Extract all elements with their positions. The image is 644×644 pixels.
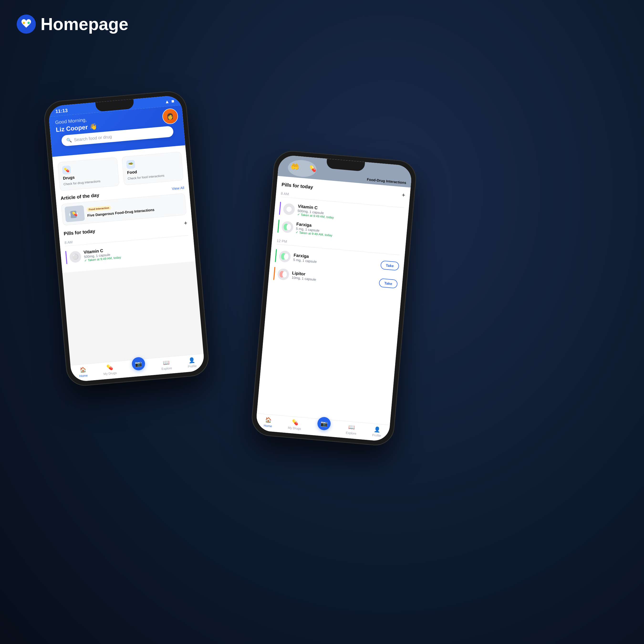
phone-2-screen: 🤲 💊 Food-Drug Interactions Pills for tod… [255, 155, 413, 442]
food-icon: 🥗 [126, 160, 135, 169]
food-title: Food [127, 170, 137, 175]
pill-info-p2-lipitor: Lipitor 10mg, 1 capsule [291, 270, 377, 287]
nav-profile[interactable]: 👤 Profile [187, 357, 197, 369]
phone-2-nav-explore[interactable]: 📖 Explore [346, 424, 357, 436]
page-header: Homepage [17, 14, 128, 34]
quick-actions: 💊 Drugs Check for drug interactions 🥗 Fo… [57, 152, 183, 191]
my-drugs-icon: 💊 [106, 364, 113, 371]
pill-indicator-p2-farxiga12pm [275, 249, 277, 262]
drugs-icon: 💊 [62, 165, 71, 175]
camera-button[interactable]: 📷 [131, 357, 146, 371]
check-icon-p2-farxiga8am: ✓ [296, 230, 298, 234]
article-info: Food Interaction Five Dangerous Food-Dru… [87, 202, 155, 218]
pills-title: Pills for today [63, 228, 95, 236]
svg-text:💊: 💊 [309, 165, 317, 172]
svg-text:💊: 💊 [72, 211, 78, 217]
pill-indicator-p2-farxiga8am [277, 220, 280, 233]
drugs-title: Drugs [63, 175, 75, 181]
p2-nav-explore-label: Explore [346, 431, 356, 436]
nav-my-drugs-label: My Drugs [103, 371, 117, 376]
status-icons: ▲ ■ [165, 98, 175, 104]
pill-icon-p2-farxiga8am [281, 221, 294, 233]
camera-icon: 📷 [135, 360, 142, 368]
p2-camera-icon: 📷 [320, 420, 328, 427]
status-time: 11:13 [55, 108, 68, 114]
phone-2-nav-home[interactable]: 🏠 Home [264, 417, 273, 428]
add-pill-button[interactable]: + [184, 220, 187, 227]
take-button-lipitor[interactable]: Take [379, 278, 398, 289]
nav-explore-label: Explore [161, 366, 172, 371]
app-logo [17, 15, 36, 34]
pill-icon-p2-farxiga12pm [279, 250, 291, 263]
pill-indicator-vitaminc [65, 251, 68, 264]
phone-2-nav-profile[interactable]: 👤 Profile [372, 426, 382, 437]
p2-profile-icon: 👤 [374, 426, 380, 433]
food-card[interactable]: 🥗 Food Check for food interactions [122, 152, 184, 186]
pill-icon-vitaminc: ⚪ [69, 251, 82, 263]
article-image: 💊 [64, 205, 85, 222]
signal-icon: ▲ [165, 99, 170, 105]
check-icon-p2-vitaminc: ✓ [297, 213, 300, 216]
phone-2: 🤲 💊 Food-Drug Interactions Pills for tod… [250, 149, 418, 447]
nav-explore[interactable]: 📖 Explore [161, 359, 172, 371]
svg-text:🤲: 🤲 [290, 162, 300, 171]
phone-2-nav-my-drugs[interactable]: 💊 My Drugs [288, 419, 302, 431]
pill-indicator-p2-lipitor [273, 267, 275, 280]
nav-home[interactable]: 🏠 Home [79, 366, 88, 378]
p2-nav-my-drugs-label: My Drugs [288, 426, 301, 431]
view-all-button[interactable]: View All [172, 186, 185, 191]
p2-my-drugs-icon: 💊 [291, 419, 298, 426]
phone-1: 11:13 ▲ ■ Good Morning, Liz Cooper 👋 👩 🔍… [43, 90, 210, 387]
phone-2-content: Pills for today + 8 AM Vitamin C 500mg, … [256, 176, 411, 435]
profile-icon: 👤 [188, 357, 195, 364]
battery-icon: ■ [171, 98, 174, 104]
svg-point-2 [27, 22, 30, 24]
page-title: Homepage [41, 14, 128, 34]
phone-1-screen: 11:13 ▲ ■ Good Morning, Liz Cooper 👋 👩 🔍… [48, 95, 205, 382]
nav-home-label: Home [79, 374, 88, 378]
nav-camera[interactable]: 📷 [132, 361, 146, 373]
phone-2-pills-title: Pills for today [281, 182, 313, 190]
search-icon: 🔍 [66, 138, 72, 143]
article-section-title: Article of the day [60, 192, 99, 201]
article-badge: Food Interaction [87, 205, 111, 212]
pill-icon-p2-lipitor [277, 268, 290, 280]
explore-icon: 📖 [163, 359, 170, 366]
svg-point-1 [23, 22, 25, 24]
p2-nav-home-label: Home [264, 424, 272, 428]
phone-2-nav-camera[interactable]: 📷 [317, 421, 331, 433]
p2-explore-icon: 📖 [348, 424, 355, 431]
search-placeholder: Search food or drug [74, 134, 112, 142]
pill-indicator-p2-vitaminc [279, 202, 281, 215]
phone-2-add-button[interactable]: + [402, 192, 405, 198]
home-icon: 🏠 [79, 367, 86, 373]
phone-1-bottom-nav: 🏠 Home 💊 My Drugs 📷 📖 Explore 👤 Profile [70, 354, 205, 382]
nav-my-drugs[interactable]: 💊 My Drugs [103, 364, 117, 376]
pill-info-vitaminc: Vitamin C 500mg, 1 capsule ✓ Taken at 9:… [83, 241, 190, 262]
phone-1-content: 💊 Drugs Check for drug interactions 🥗 Fo… [52, 145, 195, 273]
p2-nav-profile-label: Profile [372, 433, 381, 437]
nav-profile-label: Profile [188, 364, 197, 368]
pill-info-p2-farxiga12pm: Farxiga 5 mg, 1 capsule [293, 253, 378, 269]
drugs-card[interactable]: 💊 Drugs Check for drug interactions [57, 157, 119, 191]
pill-icon-p2-vitaminc [283, 203, 295, 215]
p2-home-icon: 🏠 [265, 417, 272, 423]
checkmark-icon: ✓ [84, 259, 87, 262]
take-button-farxiga[interactable]: Take [380, 260, 399, 271]
